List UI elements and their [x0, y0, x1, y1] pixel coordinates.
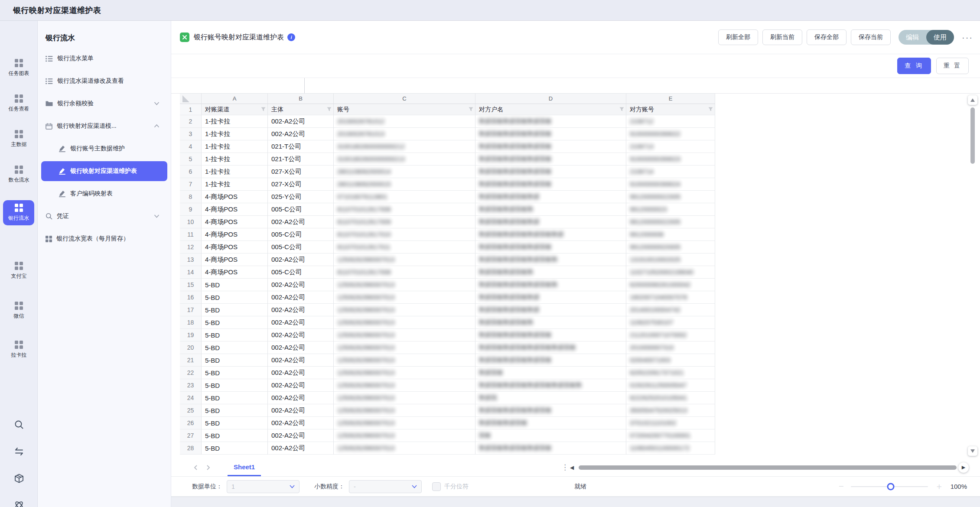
precision-select[interactable]: - [349, 480, 422, 493]
thousand-separator-checkbox[interactable] [432, 482, 441, 491]
cell-channel[interactable]: 4-商场POS [202, 254, 268, 266]
cell-counterparty-account-redacted[interactable]: 020040071003 [626, 354, 715, 367]
cell-entity[interactable]: 002-A2公司 [268, 354, 334, 367]
cell-entity[interactable]: 002-A2公司 [268, 291, 334, 304]
cell-counterparty-account-redacted[interactable]: 1102710520002199040 [626, 266, 715, 279]
cell-account-redacted[interactable]: 12506262990007013 [334, 379, 475, 392]
cell-entity[interactable]: 002-A2公司 [268, 404, 334, 417]
row-header-18[interactable]: 18 [180, 316, 202, 329]
cell-entity[interactable]: 002-A2公司 [268, 279, 334, 291]
cell-account-redacted[interactable]: 12506262990007013 [334, 429, 475, 442]
column-header-A[interactable]: A [202, 94, 268, 104]
sidebar-item-4[interactable]: 银行映射对应渠道模... [38, 115, 171, 137]
cell-entity[interactable]: 005-C公司 [268, 266, 334, 279]
cell-counterparty-account-redacted[interactable]: 110604501100000172 [626, 442, 715, 455]
hscroll-left-arrow[interactable]: ◀ [570, 465, 574, 471]
cell-channel[interactable]: 4-商场POS [202, 266, 268, 279]
more-menu-icon[interactable]: ··· [962, 32, 973, 42]
cell-account-redacted[interactable]: 12506262990007013 [334, 404, 475, 417]
scroll-up-button[interactable] [968, 95, 977, 105]
cell-account-redacted[interactable]: 8110701012617011 [334, 241, 475, 254]
cell-counterparty-redacted[interactable]: 数据脱敏数据脱敏数据脱敏数据 [475, 228, 626, 241]
cell-account-redacted[interactable]: 12506262990007013 [334, 417, 475, 429]
row-header-9[interactable]: 9 [180, 203, 202, 216]
field-header-cell[interactable]: 对方账号 [626, 104, 715, 115]
cell-counterparty-redacted[interactable]: 数据脱敏数据脱敏数据脱敏数 [475, 254, 626, 266]
cell-counterparty-redacted[interactable]: 数据脱敏数据脱敏数据 [475, 291, 626, 304]
cell-entity[interactable]: 025-Y公司 [268, 191, 334, 203]
cell-channel[interactable]: 5-BD [202, 429, 268, 442]
cell-account-redacted[interactable]: 8110701012617010 [334, 228, 475, 241]
cell-account-redacted[interactable]: 31001802600000000213 [334, 153, 475, 166]
cell-entity[interactable]: 002-A2公司 [268, 379, 334, 392]
toolbar-button-2[interactable]: 刷新当前 [762, 29, 802, 45]
cell-counterparty-redacted[interactable]: 数据脱敏数据脱敏数据脱敏 [475, 329, 626, 341]
cell-entity[interactable]: 002-A2公司 [268, 316, 334, 329]
cell-account-redacted[interactable]: 12506262990007013 [334, 304, 475, 316]
cell-account-redacted[interactable]: 12506262990007013 [334, 291, 475, 304]
cell-entity[interactable]: 027-X公司 [268, 166, 334, 178]
vertical-scrollbar-thumb[interactable] [970, 107, 975, 164]
row-header-1[interactable]: 1 [180, 104, 202, 115]
cell-channel[interactable]: 1-拉卡拉 [202, 153, 268, 166]
cell-channel[interactable]: 5-BD [202, 341, 268, 354]
row-header-13[interactable]: 13 [180, 254, 202, 266]
toolbar-button-1[interactable]: 刷新全部 [718, 29, 758, 45]
row-header-2[interactable]: 2 [180, 115, 202, 128]
field-header-cell[interactable]: 对方户名 [475, 104, 626, 115]
cell-channel[interactable]: 1-拉卡拉 [202, 115, 268, 128]
column-header-B[interactable]: B [268, 94, 334, 104]
cell-counterparty-redacted[interactable]: 数据脱敏数据脱敏数据脱敏 [475, 354, 626, 367]
row-header-14[interactable]: 14 [180, 266, 202, 279]
cell-entity[interactable]: 027-X公司 [268, 178, 334, 191]
row-header-8[interactable]: 8 [180, 191, 202, 203]
rail-item-4[interactable]: 数仓流水 [0, 166, 38, 184]
row-header-17[interactable]: 17 [180, 304, 202, 316]
cell-account-redacted[interactable]: 12506262990007013 [334, 279, 475, 291]
cell-counterparty-account-redacted[interactable]: 62226252010105041 [626, 392, 715, 404]
unit-select[interactable]: 1 [227, 480, 300, 493]
cell-counterparty-redacted[interactable]: 数据脱敏数据脱敏数据脱敏数据脱敏数 [475, 379, 626, 392]
cell-counterparty-account-redacted[interactable]: 1106207530107 [626, 316, 715, 329]
cell-account-redacted[interactable]: 2801108062000015 [334, 178, 475, 191]
row-header-6[interactable]: 6 [180, 166, 202, 178]
cell-counterparty-account-redacted[interactable]: 37010211101002 [626, 417, 715, 429]
cell-account-redacted[interactable]: 12506262990007013 [334, 442, 475, 455]
cell-entity[interactable]: 002-A2公司 [268, 417, 334, 429]
cell-counterparty-account-redacted[interactable]: 19020071040007078 [626, 291, 715, 304]
zoom-out-icon[interactable]: − [839, 481, 844, 491]
cell-counterparty-account-redacted[interactable]: 99120000023 [626, 203, 715, 216]
cell-counterparty-account-redacted[interactable]: 2108713 [626, 140, 715, 153]
cell-entity[interactable]: 002-A2公司 [268, 115, 334, 128]
knot-icon[interactable] [0, 500, 38, 507]
cell-entity[interactable]: 005-C公司 [268, 203, 334, 216]
info-icon[interactable]: i [287, 33, 295, 41]
cell-counterparty-redacted[interactable]: 数据脱敏数据脱敏数据脱敏数据脱敏 [475, 341, 626, 354]
zoom-slider-knob[interactable] [887, 483, 895, 490]
hscroll-right-button[interactable]: ▶ [958, 462, 969, 473]
cell-channel[interactable]: 1-拉卡拉 [202, 166, 268, 178]
cell-channel[interactable]: 5-BD [202, 404, 268, 417]
sidebar-item-7[interactable]: 客户编码映射表 [38, 182, 171, 205]
sidebar-item-1[interactable]: 银行流水菜单 [38, 47, 171, 70]
field-header-cell[interactable]: 账号 [334, 104, 475, 115]
cell-counterparty-account-redacted[interactable]: 201400100004742 [626, 304, 715, 316]
cell-account-redacted[interactable]: 20190026781013 [334, 128, 475, 140]
toolbar-button-4[interactable]: 保存当前 [851, 29, 891, 45]
cell-counterparty-redacted[interactable]: 数据脱敏数据脱敏数据脱敏 [475, 115, 626, 128]
tab-next-icon[interactable] [206, 465, 210, 471]
cell-counterparty-redacted[interactable]: 数据脱敏数据脱敏数据 [475, 191, 626, 203]
tab-prev-icon[interactable] [194, 465, 198, 471]
cell-account-redacted[interactable]: 12506262990007013 [334, 254, 475, 266]
cell-channel[interactable]: 5-BD [202, 417, 268, 429]
row-header-16[interactable]: 16 [180, 291, 202, 304]
cell-account-redacted[interactable]: 071016076113801 [334, 191, 475, 203]
row-header-11[interactable]: 11 [180, 228, 202, 241]
tab-sheet1[interactable]: Sheet1 [228, 458, 261, 476]
sidebar-item-8[interactable]: 凭证 [38, 205, 171, 228]
cell-counterparty-account-redacted[interactable]: 2108712 [626, 115, 715, 128]
cell-counterparty-redacted[interactable]: 数据脱敏数据脱敏数据 [475, 216, 626, 228]
cell-counterparty-account-redacted[interactable]: 35005047520025013 [626, 404, 715, 417]
cell-entity[interactable]: 021-T公司 [268, 140, 334, 153]
cell-counterparty-account-redacted[interactable]: 620000060261000042 [626, 279, 715, 291]
